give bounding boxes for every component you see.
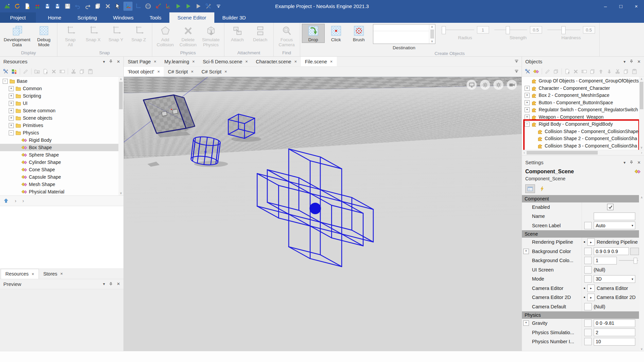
panel-toolbar-button[interactable]: [632, 69, 637, 74]
document-tab[interactable]: Character.scene×: [252, 57, 301, 66]
expand-toggle-icon[interactable]: +: [525, 93, 530, 98]
quick-access-button[interactable]: [184, 2, 193, 11]
expand-reference-icon[interactable]: ▸: [587, 294, 595, 301]
ribbon-button[interactable]: Debug Mode: [33, 24, 55, 48]
tree-row[interactable]: Group Of Objects - Component_GroupOfObje…: [522, 77, 644, 85]
text-input[interactable]: 1: [594, 257, 617, 264]
resources-file-list[interactable]: [0, 206, 123, 269]
panel-toolbar-button[interactable]: [88, 69, 93, 74]
tree-row[interactable]: + Scene objects: [0, 114, 123, 122]
expand-toggle-icon[interactable]: +: [525, 86, 530, 91]
maximize-button[interactable]: □: [613, 0, 629, 12]
slider-track[interactable]: [494, 26, 527, 34]
ribbon-button[interactable]: Simulate Physics: [200, 24, 222, 48]
destination-list[interactable]: ∧ ∨: [373, 24, 435, 44]
tab-overflow-icon[interactable]: [514, 68, 520, 74]
tree-row[interactable]: Mesh Shape: [0, 181, 123, 188]
tree-row[interactable]: Physical Material: [0, 188, 123, 195]
breadcrumb-item[interactable]: [19, 198, 27, 203]
viewport-button[interactable]: [493, 80, 503, 90]
scroll-down-icon[interactable]: ∨: [431, 39, 433, 44]
panel-toolbar-button[interactable]: [590, 69, 595, 74]
expand-property-icon[interactable]: +: [523, 249, 529, 254]
panel-bottom-tab[interactable]: Resources×: [1, 269, 39, 279]
panel-toolbar-button[interactable]: [3, 69, 9, 74]
ribbon-button[interactable]: Click: [325, 24, 347, 43]
menu-down-icon[interactable]: ▾: [103, 282, 105, 286]
quick-access-button[interactable]: [53, 2, 62, 11]
menu-down-icon[interactable]: ▾: [624, 60, 626, 64]
quick-access-button[interactable]: [174, 2, 183, 11]
ribbon-button[interactable]: Snap X: [82, 24, 105, 43]
panel-toolbar-button[interactable]: [561, 68, 562, 74]
expand-toggle-icon[interactable]: +: [9, 116, 14, 121]
panel-toolbar-button[interactable]: [31, 68, 32, 74]
tree-row[interactable]: + Box 2 - Component_MeshInSpace: [522, 92, 644, 99]
panel-toolbar-button[interactable]: [59, 69, 65, 74]
document-tab[interactable]: 'Root object'×: [124, 67, 164, 76]
quick-access-button[interactable]: [33, 2, 42, 11]
slider-value[interactable]: 0.5: [583, 26, 595, 34]
close-icon[interactable]: ×: [157, 69, 160, 74]
vertical-scrollbar[interactable]: ∧∨: [639, 77, 644, 150]
ribbon-button[interactable]: Focus Camera: [275, 24, 298, 48]
tree-row[interactable]: Capsule Shape: [0, 173, 123, 181]
expand-reference-icon[interactable]: ▸: [587, 238, 595, 246]
ribbon-button[interactable]: Development Data: [2, 24, 33, 48]
document-tab[interactable]: File.scene×: [301, 57, 337, 66]
panel-toolbar-button[interactable]: [615, 69, 621, 74]
events-tab-icon[interactable]: [537, 184, 547, 193]
ribbon-tab[interactable]: Scene Editor: [169, 12, 214, 23]
tree-row[interactable]: + Weapon - Component_Weapon: [522, 114, 644, 121]
scroll-up-icon[interactable]: ∧: [431, 24, 433, 29]
property-row[interactable]: Enabled: [522, 202, 639, 212]
tree-row[interactable]: − Physics: [0, 129, 123, 136]
menu-down-icon[interactable]: ▾: [103, 60, 105, 64]
pin-icon[interactable]: [629, 59, 634, 64]
quick-access-button[interactable]: [214, 2, 223, 11]
default-value-marker[interactable]: [584, 338, 592, 345]
document-tab[interactable]: C# Script×: [164, 67, 197, 76]
destination-option[interactable]: [373, 31, 429, 38]
ribbon-tab[interactable]: Windows: [105, 12, 142, 23]
panel-toolbar-button[interactable]: [542, 68, 542, 74]
tree-row[interactable]: + Regulator Switch - Component_Regulator…: [522, 106, 644, 114]
expand-toggle-icon[interactable]: +: [525, 115, 530, 120]
panel-toolbar-button[interactable]: [573, 69, 579, 74]
tree-row[interactable]: + Primitives: [0, 122, 123, 129]
pin-icon[interactable]: [629, 160, 634, 165]
property-row[interactable]: Screen Label Auto▾: [522, 221, 639, 230]
close-icon[interactable]: ×: [330, 59, 333, 64]
property-row[interactable]: Camera Default (Null): [522, 302, 639, 311]
quick-access-button[interactable]: [194, 2, 203, 11]
text-input[interactable]: 0 0 -9.81: [594, 319, 635, 327]
expand-toggle-icon[interactable]: −: [3, 79, 8, 84]
panel-toolbar-button[interactable]: [68, 68, 68, 74]
close-icon[interactable]: ×: [245, 59, 248, 64]
destination-option[interactable]: [373, 37, 429, 44]
ribbon-button[interactable]: Snap All: [59, 24, 82, 48]
close-icon[interactable]: ×: [192, 59, 195, 64]
panel-toolbar-button[interactable]: [581, 69, 587, 74]
property-row[interactable]: Physics Simulatio... 2: [522, 328, 639, 337]
default-value-marker[interactable]: [584, 303, 592, 310]
tree-row[interactable]: Rigid Body: [0, 136, 123, 144]
property-row[interactable]: Camera Editor •▸Camera Editor: [522, 284, 639, 293]
ribbon-tab[interactable]: Project: [0, 12, 36, 23]
tree-row[interactable]: + Scripting: [0, 92, 123, 100]
tab-overflow-icon[interactable]: [514, 58, 520, 64]
quick-access-button[interactable]: [144, 2, 153, 11]
document-tab[interactable]: My.learning×: [160, 57, 199, 66]
close-icon[interactable]: ✕: [637, 60, 641, 64]
property-row[interactable]: + Background Color 0.9 0.9 0.9: [522, 247, 639, 256]
destination-option[interactable]: [373, 24, 429, 31]
section-header[interactable]: Physics: [522, 311, 639, 319]
panel-toolbar-button[interactable]: [533, 69, 539, 74]
panel-toolbar-button[interactable]: [34, 69, 40, 74]
viewport-button[interactable]: [480, 80, 490, 90]
default-value-marker[interactable]: [584, 329, 592, 336]
expand-toggle-icon[interactable]: +: [9, 94, 14, 99]
panel-toolbar-button[interactable]: [23, 69, 29, 74]
pin-icon[interactable]: [109, 282, 113, 286]
color-swatch[interactable]: [630, 248, 639, 255]
